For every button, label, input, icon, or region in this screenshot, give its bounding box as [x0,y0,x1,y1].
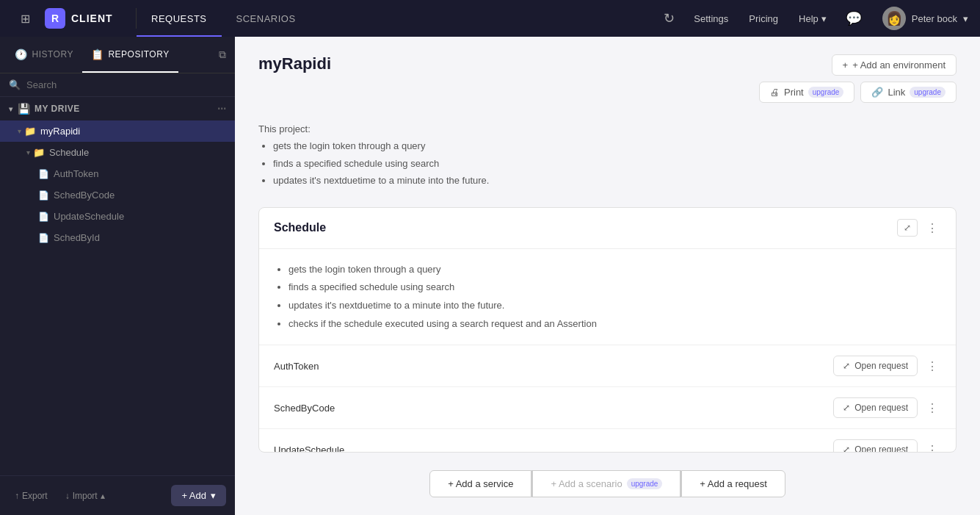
sidebar-item-schedbyid[interactable]: 📄 SchedById ⋮ [0,227,235,248]
nav-tab-requests[interactable]: REQUESTS [137,0,222,37]
add-scenario-btn[interactable]: + Add a scenario upgrade [532,470,680,497]
pricing-nav-btn[interactable]: Pricing [738,0,788,37]
schedbycode-row-dots-btn[interactable]: ⋮ [923,398,941,418]
myrapidi-chevron-icon: ▾ [18,127,21,135]
open-request-authtoken-btn[interactable]: ⤢ Open request [833,356,918,376]
my-drive-dots-btn[interactable]: ⋯ [217,104,227,114]
print-icon: 🖨 [770,87,780,98]
file-icon-schedbyid: 📄 [38,233,49,243]
file-icon-updateschedule: 📄 [38,212,49,222]
project-icon: 📁 [24,126,36,137]
scenario-upgrade-badge: upgrade [627,478,663,489]
schedule-card: Schedule ⤢ ⋮ gets the login token throug… [258,207,957,453]
sidebar-item-schedbycode[interactable]: 📄 SchedByCode ⋮ [0,184,235,206]
print-upgrade-badge: upgrade [808,87,844,98]
sidebar-item-authtoken[interactable]: 📄 AuthToken ⋮ [0,163,235,184]
schedule-card-actions: ⤢ ⋮ [897,218,941,238]
schedule-folder-icon: 📁 [33,147,45,158]
user-menu[interactable]: 👩 Peter bock ▾ [871,7,980,30]
history-icon: 🕐 [15,48,28,60]
link-btn[interactable]: 🔗 Link upgrade [860,82,957,103]
client-label: CLIENT [71,12,113,24]
refresh-icon[interactable]: ↻ [655,10,683,26]
print-btn[interactable]: 🖨 Print upgrade [759,82,854,103]
open-request-schedbycode-btn[interactable]: ⤢ Open request [833,397,918,418]
project-description: This project: gets the login token throu… [258,120,957,190]
import-icon: ↓ [65,491,70,501]
user-chevron-icon: ▾ [963,13,968,24]
nav-logo: ⊞ R CLIENT [0,8,137,29]
link-icon: 🔗 [871,87,883,98]
sidebar-footer: ↑ Export ↓ Import ▴ + Add ▾ [0,475,235,515]
request-row-authtoken: AuthToken ⤢ Open request ⋮ [259,345,956,387]
add-button[interactable]: + Add ▾ [171,485,226,506]
search-bar: 🔍 [0,73,235,97]
project-title: myRapidi [258,54,331,73]
file-icon-authtoken: 📄 [38,169,49,179]
import-btn[interactable]: ↓ Import ▴ [59,488,111,504]
avatar: 👩 [882,7,906,30]
schedule-dots-menu-btn[interactable]: ⋮ [923,218,941,238]
sidebar-item-schedule[interactable]: ▾ 📁 Schedule ⋮ [0,142,235,163]
plus-icon: + [843,60,849,71]
external-link-icon-2: ⤢ [843,403,850,413]
tab-repository[interactable]: 📋 REPOSITORY [82,37,178,73]
add-service-btn[interactable]: + Add a service [429,470,531,497]
sidebar-item-myrapidi[interactable]: ▾ 📁 myRapidi ⋮ [0,120,235,142]
sidebar-tab-action-btn[interactable]: ⧉ [216,46,229,64]
search-icon: 🔍 [9,79,21,90]
schedule-external-link-btn[interactable]: ⤢ [897,219,918,237]
help-nav-btn[interactable]: Help ▾ [788,0,837,37]
export-icon: ↑ [15,491,19,501]
schedule-chevron-icon: ▾ [26,148,30,156]
search-input[interactable] [26,79,226,90]
project-actions: + + Add an environment 🖨 Print upgrade 🔗… [759,54,957,103]
file-icon-schedbycode: 📄 [38,190,49,201]
chevron-down-icon: ▾ [821,13,827,24]
tab-history[interactable]: 🕐 HISTORY [6,37,82,73]
schedule-card-header: Schedule ⤢ ⋮ [259,208,956,249]
main-layout: 🕐 HISTORY 📋 REPOSITORY ⧉ 🔍 ▾ 💾 MY DRIVE [0,37,980,515]
schedule-card-title: Schedule [274,221,897,234]
drive-folder-icon: 💾 [18,103,31,115]
sidebar-content: ▾ 💾 MY DRIVE ⋯ ▾ 📁 myRapidi ⋮ ▾ 📁 Schedu… [0,97,235,475]
top-navigation: ⊞ R CLIENT REQUESTS SCENARIOS ↻ Settings… [0,0,980,37]
add-request-btn[interactable]: + Add a request [681,470,785,497]
user-name: Peter bock [912,13,957,24]
sidebar-item-updateschedule[interactable]: 📄 UpdateSchedule ⋮ [0,206,235,227]
my-drive-section: ▾ 💾 MY DRIVE ⋯ [0,97,235,120]
settings-nav-btn[interactable]: Settings [683,0,738,37]
open-request-updateschedule-btn[interactable]: ⤢ Open request [833,439,918,453]
request-row-schedbycode: SchedByCode ⤢ Open request ⋮ [259,387,956,429]
add-chevron-icon: ▾ [211,490,216,501]
link-upgrade-badge: upgrade [910,87,945,98]
schedule-card-body: gets the login token through a query fin… [259,249,956,346]
project-header: myRapidi + + Add an environment 🖨 Print … [258,54,957,103]
external-link-icon: ⤢ [843,361,850,371]
grid-icon[interactable]: ⊞ [12,12,39,26]
updateschedule-row-dots-btn[interactable]: ⋮ [923,440,941,453]
request-row-updateschedule: UpdateSchedule ⤢ Open request ⋮ [259,429,956,453]
sidebar-tabs: 🕐 HISTORY 📋 REPOSITORY ⧉ [0,37,235,73]
sidebar: 🕐 HISTORY 📋 REPOSITORY ⧉ 🔍 ▾ 💾 MY DRIVE [0,37,235,515]
main-content: myRapidi + + Add an environment 🖨 Print … [235,37,980,515]
authtoken-row-dots-btn[interactable]: ⋮ [923,356,941,376]
logo-icon: R [45,8,65,29]
add-environment-btn[interactable]: + + Add an environment [832,54,957,76]
external-link-icon-3: ⤢ [843,444,850,453]
bottom-actions: + Add a service + Add a scenario upgrade… [258,470,957,497]
repository-icon: 📋 [91,48,104,60]
import-chevron-icon: ▴ [101,491,105,501]
nav-tab-scenarios[interactable]: SCENARIOS [222,0,311,37]
my-drive-chevron-icon[interactable]: ▾ [9,105,13,113]
chat-icon[interactable]: 💬 [837,10,871,26]
export-btn[interactable]: ↑ Export [9,488,54,504]
